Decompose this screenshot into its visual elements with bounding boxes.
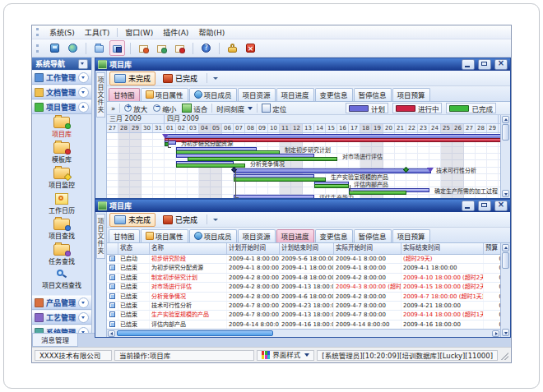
- scroll-up-button[interactable]: [502, 244, 509, 251]
- sidebar-group-craft[interactable]: 工艺管理: [32, 310, 91, 325]
- table-tab-progress[interactable]: 项目进度: [276, 229, 314, 242]
- scroll-left-button[interactable]: [108, 330, 115, 337]
- menu-item-plugins[interactable]: 插件(A): [158, 26, 193, 39]
- table-row[interactable]: 已结束技术可行性分析2009-4-7 8:00:002009-4-23 18:0…: [107, 302, 500, 311]
- scroll-down-button[interactable]: [502, 329, 509, 336]
- summary-task-bar[interactable]: [234, 168, 431, 173]
- sidebar-item-project-library[interactable]: 项目库: [32, 117, 91, 138]
- table-hscrollbar[interactable]: [107, 329, 500, 337]
- task-done-bar[interactable]: [314, 184, 349, 188]
- mail-open-icon-button[interactable]: [154, 40, 169, 56]
- sidebar-group-system[interactable]: 系统管理: [32, 325, 91, 333]
- zoom-out-button[interactable]: 缩小: [151, 104, 178, 113]
- collapse-expand-button[interactable]: [78, 297, 89, 308]
- help-icon-button[interactable]: [198, 40, 214, 56]
- collapse-expand-button[interactable]: [78, 87, 89, 98]
- table-tab-gantt[interactable]: 甘特图: [109, 229, 140, 242]
- column-header-plan_start[interactable]: 计划开始时间: [227, 243, 280, 254]
- sidebar-item-template-library[interactable]: 模板库: [32, 142, 91, 164]
- gantt-tab-members[interactable]: 项目成员: [189, 88, 237, 101]
- menu-item-system[interactable]: 系统(S): [44, 26, 80, 39]
- sidebar-group-work[interactable]: 工作管理: [32, 70, 91, 85]
- table-row[interactable]: 已结束对市场进行评估2009-4-2 8:00:002009-4-13 18:0…: [107, 283, 500, 292]
- menu-item-tools[interactable]: 工具(T): [80, 26, 115, 39]
- gantt-tab-budget[interactable]: 项目预算: [392, 88, 430, 101]
- finished-filter-button[interactable]: 已完成: [158, 213, 202, 227]
- sidebar-group-document[interactable]: 文档管理: [32, 85, 91, 99]
- folder-side-tab[interactable]: 项目文件夹: [96, 214, 105, 259]
- close-button[interactable]: [494, 201, 508, 211]
- zoom-in-button[interactable]: 放大: [123, 104, 149, 113]
- minimize-button[interactable]: [462, 201, 475, 211]
- column-header-plan_end[interactable]: 计划结束时间: [280, 243, 334, 254]
- unfinished-filter-button[interactable]: 未完成: [109, 71, 155, 85]
- remote-desktop-icon-button[interactable]: [47, 40, 63, 56]
- scroll-up-button[interactable]: [502, 116, 509, 123]
- collapse-expand-button[interactable]: [78, 102, 89, 113]
- message-management-tab[interactable]: 消息管理: [32, 334, 78, 347]
- maximize-button[interactable]: [478, 59, 491, 70]
- task-done-bar[interactable]: [234, 178, 326, 182]
- column-header-actual_start[interactable]: 实际开始时间: [334, 243, 401, 254]
- fit-button[interactable]: 适合: [180, 104, 209, 113]
- column-header-icon[interactable]: [107, 243, 118, 254]
- unfinished-filter-button[interactable]: 未完成: [109, 213, 155, 227]
- interface-style-button[interactable]: 界面样式: [257, 350, 314, 361]
- mail-new-icon-button[interactable]: [136, 40, 151, 56]
- scroll-thumb[interactable]: [117, 330, 273, 336]
- gantt-tab-props[interactable]: 项目属性: [141, 88, 188, 101]
- time-scale-button[interactable]: 时间刻度: [215, 104, 254, 113]
- sidebar-group-project[interactable]: 项目管理: [32, 99, 91, 114]
- filterbar-overflow-button[interactable]: [211, 74, 220, 82]
- filterbar-overflow-button[interactable]: [211, 215, 220, 224]
- table-vscrollbar[interactable]: [500, 243, 510, 337]
- finished-filter-button[interactable]: 已完成: [158, 71, 202, 85]
- sidebar-item-work-calendar[interactable]: 工作日历: [32, 193, 91, 214]
- sidebar-item-project-doc-search[interactable]: 项目文档查找: [32, 270, 91, 289]
- table-row[interactable]: 已结束生产实验室规模的产品2009-4-7 8:00:002009-4-13 1…: [107, 311, 500, 320]
- collapse-expand-button[interactable]: [78, 327, 89, 334]
- table-tab-pause[interactable]: 暂停信息: [354, 229, 392, 242]
- sidebar-group-product[interactable]: 产品管理: [32, 295, 91, 310]
- sidebar-item-project-search[interactable]: 项目查找: [32, 219, 91, 240]
- table-tab-budget[interactable]: 项目预算: [392, 229, 430, 242]
- save-folder-icon-button[interactable]: [109, 40, 125, 56]
- table-tab-changes[interactable]: 变更信息: [315, 229, 353, 242]
- minimize-button[interactable]: [462, 59, 475, 70]
- scroll-thumb[interactable]: [502, 124, 509, 141]
- table-tab-members[interactable]: 项目成员: [189, 229, 237, 242]
- table-tab-resources[interactable]: 项目资源: [238, 229, 276, 242]
- menu-item-help[interactable]: 帮助(H): [193, 26, 230, 39]
- collapse-expand-button[interactable]: [78, 72, 89, 83]
- locate-button[interactable]: 定位: [260, 104, 288, 113]
- gantt-tab-progress[interactable]: 项目进度: [276, 88, 314, 101]
- globe-icon-button[interactable]: [65, 40, 81, 56]
- gantt-more-button[interactable]: »: [109, 104, 117, 113]
- sidebar-item-project-monitor[interactable]: 项目监控: [32, 168, 91, 189]
- table-row[interactable]: 已结束分析竞争情况2009-4-2 8:00:002009-4-6 18:00:…: [107, 293, 500, 302]
- resize-grip[interactable]: [500, 350, 508, 360]
- table-row[interactable]: 已结束制定初步研究计划2009-4-2 8:00:002009-4-8 18:0…: [107, 274, 500, 283]
- close-button[interactable]: [494, 59, 508, 70]
- task-done-bar[interactable]: [349, 191, 406, 195]
- folder-icon-button[interactable]: [91, 40, 107, 56]
- gantt-vscrollbar[interactable]: [500, 115, 510, 198]
- mail-del-icon-button[interactable]: [172, 40, 188, 56]
- table-tab-props[interactable]: 项目属性: [141, 229, 188, 242]
- column-header-status[interactable]: 状态: [118, 243, 150, 254]
- scroll-down-button[interactable]: [502, 190, 509, 197]
- lock-icon-button[interactable]: [225, 40, 240, 56]
- gantt-tab-pause[interactable]: 暂停信息: [354, 88, 392, 101]
- scroll-thumb[interactable]: [502, 252, 509, 269]
- gantt-tab-resources[interactable]: 项目资源: [238, 88, 276, 101]
- table-row[interactable]: 已启动初步研究阶段2009-4-1 8:00:002009-5-6 18:00:…: [107, 255, 500, 264]
- column-header-actual_end[interactable]: 实际结束时间: [401, 243, 484, 254]
- scroll-right-button[interactable]: [492, 330, 499, 337]
- table-row[interactable]: 已结束为初步研究分配资源2009-4-1 8:00:002009-4-1 18:…: [107, 264, 500, 273]
- menu-item-window[interactable]: 窗口(W): [120, 26, 158, 39]
- maximize-button[interactable]: [478, 201, 491, 211]
- column-header-name[interactable]: 名称: [150, 243, 227, 254]
- exit-icon-button[interactable]: [243, 40, 258, 56]
- gantt-tab-changes[interactable]: 变更信息: [315, 88, 353, 101]
- table-row[interactable]: 已结束评估内部产品2009-4-14 8:00:002009-4-16 18:0…: [107, 321, 500, 329]
